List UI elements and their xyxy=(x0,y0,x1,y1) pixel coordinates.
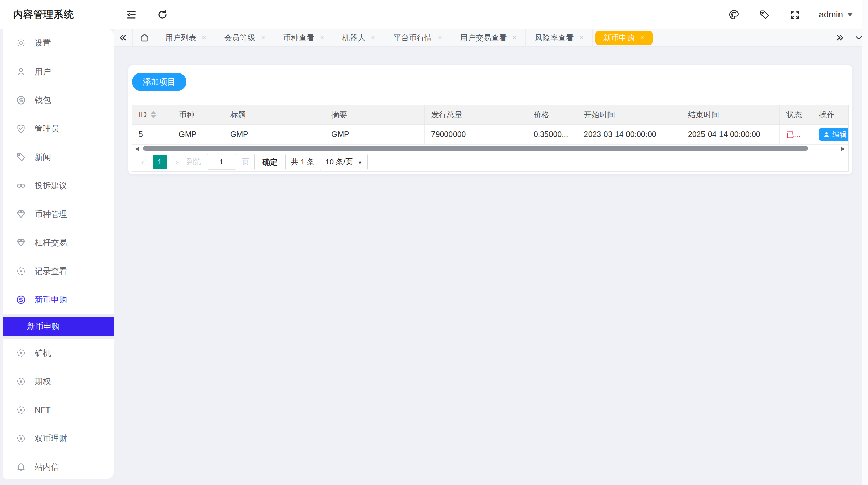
sort-icon[interactable] xyxy=(151,111,156,118)
page-size-select[interactable]: 10 条/页 ∨ xyxy=(320,154,368,170)
tab-robot[interactable]: 机器人 × xyxy=(333,29,385,46)
sidebar-item-new-coin-subscribe[interactable]: 新币申购 xyxy=(3,285,114,314)
dollar-circle-icon xyxy=(15,294,27,306)
submenu-item-new-coin-subscribe[interactable]: 新币申购 xyxy=(3,317,114,336)
sidebar-item-label: 新闻 xyxy=(35,152,51,163)
gear-icon xyxy=(15,37,27,49)
current-page[interactable]: 1 xyxy=(153,155,167,169)
record-icon xyxy=(15,265,27,277)
refresh-icon[interactable] xyxy=(156,8,169,21)
sidebar-item-miner[interactable]: 矿机 xyxy=(3,339,114,367)
header-left-tools xyxy=(124,8,169,21)
close-icon[interactable]: × xyxy=(640,34,644,41)
user-menu[interactable]: admin xyxy=(819,9,853,20)
pagination: ‹ 1 › 到第 页 确定 共 1 条 10 条/页 ∨ xyxy=(132,152,848,171)
user-icon xyxy=(15,66,27,78)
close-icon[interactable]: × xyxy=(579,34,583,41)
menu-fold-icon[interactable] xyxy=(124,8,138,21)
tabs-scroll-right-icon[interactable] xyxy=(830,29,849,46)
vertical-scrollbar-track[interactable] xyxy=(862,0,868,485)
home-tab-icon[interactable] xyxy=(133,29,156,46)
horizontal-scrollbar: ◀ ▶ xyxy=(132,144,848,152)
tab-user-trade-view[interactable]: 用户交易查看 × xyxy=(451,29,526,46)
top-header: 内容管理系统 xyxy=(0,0,868,29)
tab-risk-rate-view[interactable]: 风险率查看 × xyxy=(526,29,593,46)
palette-icon[interactable] xyxy=(727,8,741,21)
cell-start-time: 2023-03-14 00:00:00 xyxy=(577,125,681,144)
cell-actions: 编辑 xyxy=(815,125,849,144)
dollar-circle-icon xyxy=(15,94,27,106)
sidebar-item-label: 投拆建议 xyxy=(35,180,67,191)
close-icon[interactable]: × xyxy=(512,34,517,41)
sidebar-item-coin-manage[interactable]: 币种管理 xyxy=(3,200,114,228)
sidebar-item-admins[interactable]: 管理员 xyxy=(3,114,114,143)
sidebar: 设置 用户 钱包 管理员 xyxy=(3,29,114,479)
sidebar-item-label: 新币申购 xyxy=(35,294,67,305)
sidebar-item-options[interactable]: 期权 xyxy=(3,367,114,396)
sidebar-item-records[interactable]: 记录查看 xyxy=(3,257,114,285)
tab-label: 用户交易查看 xyxy=(460,33,507,43)
fullscreen-icon[interactable] xyxy=(788,8,802,21)
tab-new-coin-subscribe[interactable]: 新币申购 × xyxy=(595,31,653,45)
sidebar-item-label: 管理员 xyxy=(35,123,59,134)
header-right-tools: admin xyxy=(727,8,868,21)
prev-page-icon[interactable]: ‹ xyxy=(138,157,147,167)
close-icon[interactable]: × xyxy=(261,34,265,41)
tab-bar: 用户列表 × 会员等级 × 币种查看 × 机器人 × 平台币行情 × 用户交易查… xyxy=(114,29,868,47)
sidebar-item-label: 记录查看 xyxy=(35,266,67,277)
scroll-right-arrow-icon[interactable]: ▶ xyxy=(840,145,846,152)
tag-icon xyxy=(15,151,27,163)
total-count: 共 1 条 xyxy=(291,157,314,167)
sidebar-item-label: 设置 xyxy=(35,38,51,49)
sidebar-item-dual-coin[interactable]: 双币理财 xyxy=(3,424,114,453)
confirm-page-button[interactable]: 确定 xyxy=(254,154,286,170)
sidebar-item-site-mail[interactable]: 站内信 xyxy=(3,453,114,479)
gem-icon xyxy=(15,208,27,220)
cell-summary: GMP xyxy=(325,125,425,144)
scroll-left-arrow-icon[interactable]: ◀ xyxy=(134,145,140,152)
cell-status: 已... xyxy=(780,125,815,144)
tab-label: 用户列表 xyxy=(165,33,196,43)
tab-member-level[interactable]: 会员等级 × xyxy=(215,29,274,46)
record-icon xyxy=(15,375,27,388)
column-header-id[interactable]: ID xyxy=(132,105,172,124)
tab-label: 币种查看 xyxy=(283,33,314,43)
tab-user-list[interactable]: 用户列表 × xyxy=(156,29,215,46)
sidebar-item-users[interactable]: 用户 xyxy=(3,57,114,86)
scrollbar-thumb[interactable] xyxy=(143,146,808,151)
goto-page-input[interactable] xyxy=(207,154,236,170)
tabbar-spacer xyxy=(655,29,830,46)
close-icon[interactable]: × xyxy=(438,34,442,41)
sidebar-item-label: NFT xyxy=(35,405,51,415)
close-icon[interactable]: × xyxy=(202,34,206,41)
cell-id: 5 xyxy=(132,125,172,144)
tab-platform-coin-market[interactable]: 平台币行情 × xyxy=(384,29,451,46)
close-icon[interactable]: × xyxy=(320,34,324,41)
sidebar-item-news[interactable]: 新闻 xyxy=(3,143,114,171)
sidebar-item-label: 双币理财 xyxy=(35,433,67,444)
sidebar-item-label: 钱包 xyxy=(35,95,51,106)
column-header-status: 状态 xyxy=(780,105,815,124)
sidebar-item-label: 期权 xyxy=(35,376,51,387)
column-header-actions: 操作 xyxy=(815,105,849,124)
sidebar-item-label: 币种管理 xyxy=(35,209,67,220)
edit-button[interactable]: 编辑 xyxy=(819,128,849,141)
sidebar-item-settings[interactable]: 设置 xyxy=(3,29,114,57)
column-header-price: 价格 xyxy=(527,105,577,124)
close-icon[interactable]: × xyxy=(371,34,375,41)
tab-label: 新币申购 xyxy=(603,33,635,43)
add-project-button[interactable]: 添加项目 xyxy=(132,73,186,91)
gem-icon xyxy=(15,237,27,249)
sidebar-item-feedback[interactable]: 投拆建议 xyxy=(3,171,114,200)
tabs-scroll-left-icon[interactable] xyxy=(114,29,133,46)
next-page-icon[interactable]: › xyxy=(172,157,181,167)
tab-coin-view[interactable]: 币种查看 × xyxy=(274,29,333,46)
chevron-down-icon: ∨ xyxy=(358,159,362,165)
sidebar-item-nft[interactable]: NFT xyxy=(3,396,114,424)
sidebar-item-leverage-trade[interactable]: 杠杆交易 xyxy=(3,228,114,257)
cell-end-time: 2025-04-14 00:00:00 xyxy=(681,125,780,144)
data-table: ID 币种 标题 摘要 发行总量 价格 开始时间 结束时间 状态 操作 5 GM… xyxy=(132,105,849,172)
tab-label: 风险率查看 xyxy=(535,33,574,43)
sidebar-item-wallet[interactable]: 钱包 xyxy=(3,86,114,114)
tag-icon[interactable] xyxy=(758,8,771,21)
